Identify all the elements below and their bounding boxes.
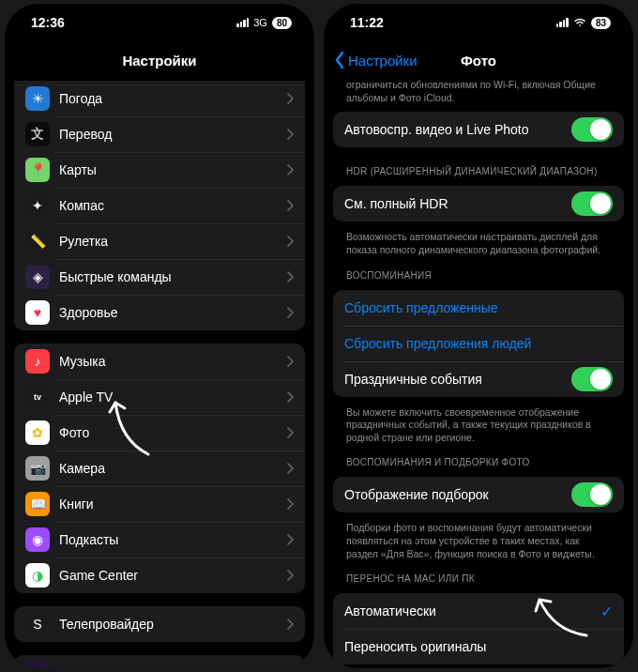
page-title: Настройки <box>122 53 196 69</box>
featured-section-footer: Подборки фото и воспоминания будут автом… <box>333 518 624 560</box>
chevron-right-icon <box>286 570 294 581</box>
clock: 11:22 <box>350 15 384 30</box>
back-button[interactable]: Настройки <box>333 51 418 69</box>
row-label: 1.1.1.1 <box>59 665 286 668</box>
clock: 12:36 <box>31 15 65 30</box>
battery-level: 83 <box>591 17 611 29</box>
app-icon: ◉ <box>25 527 50 552</box>
holiday-events-row[interactable]: Праздничные события <box>333 361 624 397</box>
settings-row[interactable]: ◈Быстрые команды <box>14 259 305 295</box>
hdr-section-footer: Возможность автоматически настраивать ди… <box>333 227 624 256</box>
app-icon: S <box>25 612 50 636</box>
app-icon: ✿ <box>25 420 50 445</box>
settings-row[interactable]: ◑Game Center <box>14 557 305 593</box>
reset-suggested-row[interactable]: Сбросить предложенные <box>333 290 624 326</box>
page-title: Фото <box>461 53 496 69</box>
autoplay-label: Автовоспр. видео и Live Photo <box>344 122 571 137</box>
row-label: Фото <box>59 425 286 440</box>
row-label: Компас <box>59 198 286 213</box>
chevron-left-icon <box>333 51 346 69</box>
chevron-right-icon <box>286 391 294 403</box>
settings-row[interactable]: SТелепровайдер <box>14 606 305 642</box>
settings-row[interactable]: 📷Камера <box>14 451 305 486</box>
memories-section-header: ВОСПОМИНАНИЯ <box>333 257 624 284</box>
row-label: Камера <box>59 461 286 476</box>
settings-row[interactable]: ✿Фото <box>14 415 305 451</box>
reset-people-label: Сбросить предложения людей <box>344 336 613 351</box>
chevron-right-icon <box>286 498 294 510</box>
transfer-section-header: ПЕРЕНОС НА MAC ИЛИ ПК <box>333 560 624 588</box>
settings-row[interactable]: 📖Книги <box>14 486 305 522</box>
photos-settings-list[interactable]: ограничиться обновлениями по Wi-Fi, вклю… <box>324 79 633 668</box>
app-icon: 📷 <box>25 456 50 481</box>
settings-row[interactable]: ✦Компас <box>14 188 305 223</box>
app-icon: ♪ <box>25 349 50 374</box>
chevron-right-icon <box>286 307 294 318</box>
featured-section-header: ВОСПОМИНАНИЯ И ПОДБОРКИ ФОТО <box>333 444 624 471</box>
chevron-right-icon <box>286 534 294 545</box>
settings-row[interactable]: ☀Погода <box>14 81 305 116</box>
app-icon: tv <box>25 385 50 409</box>
settings-row[interactable]: ♥Здоровье <box>14 295 305 330</box>
settings-row[interactable]: 📏Рулетка <box>14 223 305 259</box>
chevron-right-icon <box>286 200 294 211</box>
full-hdr-row[interactable]: См. полный HDR <box>333 186 624 221</box>
settings-screen: 12:36 3G 80 Настройки ☀Погода文Перевод📍Ка… <box>5 4 314 668</box>
chevron-right-icon <box>286 667 294 668</box>
row-label: Быстрые команды <box>59 269 286 284</box>
settings-row[interactable]: ♪Музыка <box>14 344 305 379</box>
app-icon: ◑ <box>25 563 50 588</box>
row-label: Рулетка <box>59 234 286 249</box>
autoplay-toggle[interactable] <box>571 117 613 142</box>
transfer-originals-row[interactable]: Переносить оригиналы <box>333 629 624 664</box>
row-label: Apple TV <box>59 389 286 405</box>
featured-row[interactable]: Отображение подборок <box>333 477 624 512</box>
autoplay-row[interactable]: Автовоспр. видео и Live Photo <box>333 112 624 147</box>
app-icon: ◈ <box>25 265 50 289</box>
settings-row[interactable]: 11.1.1.1 <box>14 655 305 668</box>
holiday-events-toggle[interactable] <box>571 367 613 391</box>
full-hdr-label: См. полный HDR <box>344 196 571 211</box>
chevron-right-icon <box>286 271 294 283</box>
app-icon: 文 <box>25 122 50 146</box>
row-label: Подкасты <box>59 532 286 547</box>
reset-people-row[interactable]: Сбросить предложения людей <box>333 326 624 361</box>
chevron-right-icon <box>286 236 294 247</box>
transfer-auto-row[interactable]: Автоматически ✓ <box>333 593 624 629</box>
app-icon: ♥ <box>25 300 50 325</box>
featured-toggle[interactable] <box>571 482 613 507</box>
row-label: Погода <box>59 91 286 106</box>
chevron-right-icon <box>286 463 294 474</box>
row-label: Здоровье <box>59 305 286 320</box>
reset-suggested-label: Сбросить предложенные <box>344 300 613 315</box>
row-label: Телепровайдер <box>59 617 286 632</box>
chevron-right-icon <box>286 356 294 367</box>
chevron-right-icon <box>286 129 294 140</box>
featured-label: Отображение подборок <box>344 487 571 502</box>
app-icon: ✦ <box>25 193 50 218</box>
truncated-footer: ограничиться обновлениями по Wi-Fi, вклю… <box>333 79 624 106</box>
app-icon: ☀ <box>25 86 50 111</box>
row-label: Перевод <box>59 127 286 142</box>
network-type: 3G <box>253 17 267 28</box>
settings-list[interactable]: ☀Погода文Перевод📍Карты✦Компас📏Рулетка◈Быс… <box>5 79 314 668</box>
wifi-icon <box>573 15 586 30</box>
settings-row[interactable]: ◉Подкасты <box>14 522 305 557</box>
row-label: Game Center <box>59 568 286 583</box>
settings-row[interactable]: 📍Карты <box>14 152 305 188</box>
settings-row[interactable]: tvApple TV <box>14 379 305 415</box>
app-icon: 📍 <box>25 158 50 182</box>
transfer-originals-label: Переносить оригиналы <box>344 639 613 654</box>
back-label: Настройки <box>348 53 418 69</box>
nav-bar: Настройки <box>5 41 314 79</box>
app-icon: 📖 <box>25 492 50 516</box>
row-label: Музыка <box>59 354 286 369</box>
row-label: Книги <box>59 496 286 512</box>
chevron-right-icon <box>286 164 294 176</box>
status-bar: 12:36 3G 80 <box>5 4 314 41</box>
transfer-auto-label: Автоматически <box>344 603 600 619</box>
holiday-events-label: Праздничные события <box>344 372 571 387</box>
cellular-signal-icon <box>556 18 569 27</box>
settings-row[interactable]: 文Перевод <box>14 116 305 152</box>
full-hdr-toggle[interactable] <box>571 191 613 216</box>
